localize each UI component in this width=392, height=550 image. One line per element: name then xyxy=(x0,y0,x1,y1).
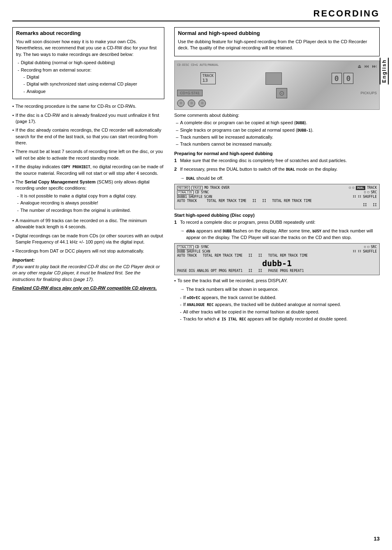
display2-big: dubb-1 xyxy=(177,258,377,268)
important-title: Important: xyxy=(12,258,164,262)
display-note-arrow: → The track numbers will be shown in seq… xyxy=(180,286,380,292)
remarks-intro: You will soon discover how easy it is to… xyxy=(16,39,161,58)
comment-4: – Track numbers cannot be increased manu… xyxy=(176,141,380,147)
cd-device-image: CD-DISC CD+G AUTO/MANUAL ⏏ ⏮ ⏭ TRACK 13 … xyxy=(174,60,380,110)
left-column: Remarks about recording You will soon di… xyxy=(12,27,164,324)
step2-arrow: → DUAL should be off. xyxy=(180,175,380,181)
disc-step1-arrow: → dUbb appears and DUBB flashes on the d… xyxy=(180,228,380,241)
right-column: Normal and high-speed dubbing Use the du… xyxy=(174,27,380,324)
sub-dash-3: - Analogue xyxy=(23,88,161,95)
comment-1: – A complete disc or program can be copi… xyxy=(176,120,380,126)
dash-item-2: - Recording from an external source: xyxy=(18,67,161,73)
dash-item-1: - Digital dubbing (normal or high-speed … xyxy=(18,60,161,66)
disc-copy-title: Start high-speed dubbing (Disc copy) xyxy=(174,213,380,218)
step-2: 2 If necessary, press the DUAL button to… xyxy=(174,166,380,172)
bullet-6: • The Serial Copy Management System (SCM… xyxy=(12,179,164,215)
display-2: FINALIZE CD SYNC □ □ SRC DUBB SHUFFLE SC… xyxy=(174,243,380,275)
comments-list: – A complete disc or program can be copi… xyxy=(176,120,380,148)
display1-row4: AUTO TRACK TOTAL REM TRACK TIME II II TO… xyxy=(177,199,377,203)
english-sidebar: English xyxy=(380,58,389,84)
dash-list-main: - Digital dubbing (normal or high-speed … xyxy=(18,60,161,95)
track-note-4: - Tracks for which d IS ITAL REC appears… xyxy=(180,316,380,322)
disc-step-1: 1 To record a complete disc or program, … xyxy=(174,219,380,225)
scms-3: - The number of recordings from the orig… xyxy=(17,207,164,214)
display1-row5: II II xyxy=(177,203,377,207)
step-1: 1 Make sure that the recording disc is c… xyxy=(174,158,380,164)
scms-2: - Analogue recording is always possible! xyxy=(17,200,164,206)
bullet-7: • A maximum of 99 tracks can be recorded… xyxy=(12,218,164,230)
important-body2: Finalized CD-RW discs play only on CD-RW… xyxy=(12,285,164,291)
dubbing-title: Normal and high-speed dubbing xyxy=(178,30,376,36)
display-note-bullet: • To see the tracks that will be recorde… xyxy=(174,278,380,284)
remarks-section: Remarks about recording You will soon di… xyxy=(12,27,164,99)
prep-title: Preparing for normal and high-speed dubb… xyxy=(174,151,380,156)
comments-title: Some comments about dubbing: xyxy=(174,112,380,118)
display1-row3: DUBB1 SHUFFLE SCAN II II SHUFFLE xyxy=(177,195,377,199)
track-note-3: - All other tracks will be copied in the… xyxy=(180,309,380,315)
sub-dash-1: - Digital xyxy=(23,74,161,80)
display2-row4: PAUSE DIG ANALOG OPT PROG REPEAT1 II II … xyxy=(177,269,377,273)
bullet-8: • Digital recordings can be made from CD… xyxy=(12,233,164,246)
track-note-2: - If ANALOGUE REC appears, the tracked w… xyxy=(180,302,380,308)
display2-row1: FINALIZE CD SYNC □ □ SRC xyxy=(177,245,377,249)
bullet-2: • If the disc is a CD-RW and is already … xyxy=(12,112,164,125)
bullet-5: • If the display indicates COPY PROHIBIT… xyxy=(12,164,164,176)
display2-row2: DUBB SHUFFLE SCAN II II SHUFFLE xyxy=(177,250,377,253)
bullet-9: • Recordings from DAT or DCC players wil… xyxy=(12,248,164,254)
display1-row1: RECORD ERASE MO TRACK OVER □ □ DUAL TRAC… xyxy=(177,186,377,190)
comment-3: – Track numbers will be increased automa… xyxy=(176,134,380,140)
display2-row3: AUTO TRACK TOTAL REM TRACK TIME II II TO… xyxy=(177,254,377,258)
page-title: RECORDING xyxy=(12,8,380,21)
bullet-3: • If the disc already contains recording… xyxy=(12,127,164,146)
bullet-1: • The recording procedure is the same fo… xyxy=(12,103,164,109)
dubbing-section: Normal and high-speed dubbing Use the du… xyxy=(174,27,380,56)
remarks-title: Remarks about recording xyxy=(16,30,161,36)
important-block: Important: If you want to play back the … xyxy=(12,258,164,292)
sub-dash-2: - Digital with synchronized start using … xyxy=(23,81,161,87)
page-number: 13 xyxy=(374,536,380,542)
track-note-1: - If nOOrEC appears, the track cannot be… xyxy=(180,295,380,301)
important-body: If you want to play back the recorded CD… xyxy=(12,264,164,283)
display1-row2: FINALIZE CD SYNC □ □ SRC xyxy=(177,190,377,195)
track-notes-list: - If nOOrEC appears, the track cannot be… xyxy=(180,295,380,323)
bullet-4: • There must be at least 7 seconds of re… xyxy=(12,149,164,161)
sub-dash-list: - Digital - Digital with synchronized st… xyxy=(23,74,161,95)
display-1: RECORD ERASE MO TRACK OVER □ □ DUAL TRAC… xyxy=(174,184,380,209)
scms-1: - It is not possible to make a digital c… xyxy=(17,193,164,199)
dubbing-intro: Use the dubbing feature for high-speed r… xyxy=(178,39,376,51)
comment-2: – Single tracks or programs can be copie… xyxy=(176,127,380,133)
